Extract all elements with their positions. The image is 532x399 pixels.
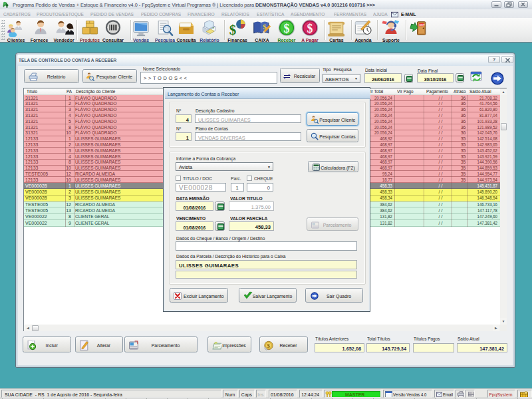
svg-text:$: $ <box>267 342 271 348</box>
svg-text:$: $ <box>307 22 313 35</box>
svg-text:$: $ <box>284 22 290 35</box>
svg-text:$: $ <box>229 22 236 37</box>
svg-text:EXIT: EXIT <box>420 24 426 27</box>
